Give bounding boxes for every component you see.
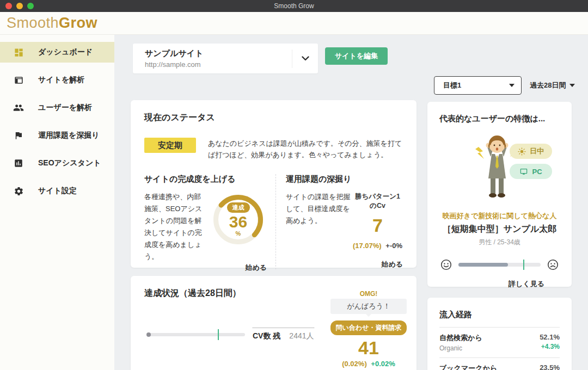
issues-start-link[interactable]: 始める <box>286 260 403 269</box>
sidebar-nav: ダッシュボード サイトを解析 ユーザーを解析 運用課題を深掘り SEOアシスタン… <box>0 35 114 370</box>
gear-icon <box>13 186 24 196</box>
mood-slider-tick <box>523 260 524 270</box>
status-description: あなたのビジネスは課題が山積みです。その分、施策を打てば打つほど、効果があります… <box>208 138 403 161</box>
persona-detail-link[interactable]: 詳しく見る <box>439 279 560 289</box>
sidebar-item-analyze-site[interactable]: サイトを解析 <box>0 70 114 90</box>
slider-start-dot <box>146 332 151 337</box>
user-persona-card: 代表的なユーザーの特徴は... <box>427 102 572 287</box>
period-select-value: 過去28日間 <box>530 81 566 90</box>
slider-goal-tick <box>218 329 219 340</box>
traffic-card-title: 流入経路 <box>439 310 560 320</box>
zoom-window-button[interactable] <box>27 3 34 9</box>
site-url: http://sample.com <box>145 60 292 69</box>
traffic-row: 自然検索から Organic 52.1% +4.3% <box>439 328 560 358</box>
browser-icon <box>13 75 24 85</box>
completion-title: サイトの完成度を上げる <box>144 174 267 184</box>
stage-badge: 安定期 <box>144 138 196 153</box>
caret-down-icon <box>569 84 575 87</box>
period-select[interactable]: 過去28日間 <box>530 81 575 90</box>
sidebar-item-label: ダッシュボード <box>38 47 93 57</box>
cheer-bubble: がんばろう！ <box>330 299 407 314</box>
window-title: Smooth Grow <box>274 2 314 10</box>
sidebar-item-dashboard[interactable]: ダッシュボード <box>0 42 114 63</box>
issues-metric-rate: (17.07%) <box>353 242 382 250</box>
issues-description: サイトの課題を把握して、目標達成度を高めよう。 <box>286 191 352 250</box>
traffic-source-sublabel: Organic <box>439 344 482 352</box>
conversion-rate: (0.02%) <box>342 360 367 368</box>
issues-title: 運用課題の深掘り <box>286 174 403 184</box>
main-content: サンプルサイト http://sample.com サイトを編集 目標1 過去2… <box>114 35 588 370</box>
issues-metric-change: +-0% <box>385 242 402 250</box>
time-of-day-label: 日中 <box>530 146 544 156</box>
chevron-down-icon <box>302 56 309 61</box>
logo-part-2: Grow <box>59 15 97 31</box>
persona-demographics: 男性 / 25-34歳 <box>439 238 560 247</box>
persona-name: ［短期集中型］サンプル太郎 <box>439 224 560 235</box>
completion-gauge: 達成 36 % <box>210 191 267 248</box>
mood-slider[interactable] <box>458 263 541 267</box>
persona-tagline: 映画好きで新技術に関して熱心な人 <box>439 211 560 221</box>
goal-select[interactable]: 目標1 <box>434 76 522 95</box>
current-status-card: 現在のステータス 安定期 あなたのビジネスは課題が山積みです。その分、施策を打て… <box>131 100 416 268</box>
traffic-source-label: 自然検索から <box>439 333 482 343</box>
traffic-source-value: 52.1% <box>540 333 560 341</box>
app-header: SmoothGrow <box>0 12 588 35</box>
device-badge: PC <box>510 164 552 179</box>
achievement-card: 達成状況（過去28日間） CV数 残 2441人 OMG! がんばろう！ 問い合… <box>131 276 416 370</box>
sidebar-item-deep-dive[interactable]: 運用課題を深掘り <box>0 125 114 146</box>
site-name: サンプルサイト <box>145 48 292 59</box>
cheer-tag: OMG! <box>330 290 407 298</box>
site-selector[interactable]: サンプルサイト http://sample.com <box>133 44 318 73</box>
edit-site-button[interactable]: サイトを編集 <box>325 47 388 65</box>
logo-part-1: Smooth <box>7 15 59 31</box>
happy-face-icon <box>440 259 452 270</box>
close-window-button[interactable] <box>5 3 12 9</box>
gauge-label: 達成 <box>227 202 250 213</box>
sidebar-item-label: サイト設定 <box>38 186 77 196</box>
app-logo: SmoothGrow <box>7 15 97 32</box>
conversion-change: +0.02% <box>371 360 395 368</box>
issues-section: 運用課題の深掘り サイトの課題を把握して、目標達成度を高めよう。 勝ちパターン1… <box>276 174 403 269</box>
cv-remaining-label: CV数 残 <box>253 331 280 341</box>
device-label: PC <box>532 168 542 176</box>
completion-start-link[interactable]: 始める <box>144 263 267 273</box>
sidebar-item-label: SEOアシスタント <box>38 158 101 168</box>
status-card-title: 現在のステータス <box>144 112 403 124</box>
traffic-row: ブックマークから 23.5% <box>439 358 560 370</box>
conversion-count: 41 <box>330 337 407 359</box>
traffic-source-label: ブックマークから <box>439 363 497 370</box>
conversion-type-badge: 問い合わせ・資料請求 <box>330 320 407 335</box>
sidebar-item-label: サイトを解析 <box>38 75 84 85</box>
issues-metric-label: 勝ちパターン1のCv <box>352 192 403 211</box>
flag-icon <box>13 130 24 141</box>
gauge-unit: % <box>236 230 241 237</box>
traffic-source-value: 23.5% <box>540 363 560 370</box>
monitor-icon <box>519 168 528 176</box>
time-of-day-badge: 日中 <box>510 144 552 159</box>
cv-remaining: CV数 残 2441人 <box>253 328 314 341</box>
traffic-sources-card: 流入経路 自然検索から Organic 52.1% +4.3% ブックマークから… <box>427 298 572 370</box>
minimize-window-button[interactable] <box>16 3 23 9</box>
mood-slider-fill <box>458 263 508 267</box>
gauge-value: 36 <box>229 213 247 231</box>
issues-metric-value: 7 <box>352 215 403 236</box>
sun-icon <box>518 147 526 156</box>
traffic-source-change: +4.3% <box>540 343 560 350</box>
users-icon <box>13 102 24 113</box>
dashboard-icon <box>13 47 24 58</box>
sad-face-icon <box>547 259 559 270</box>
sidebar-item-label: 運用課題を深掘り <box>38 131 100 140</box>
sidebar-item-site-settings[interactable]: サイト設定 <box>0 181 114 201</box>
caret-down-icon <box>509 84 514 87</box>
user-card-title: 代表的なユーザーの特徴は... <box>439 114 560 124</box>
cv-remaining-value: 2441人 <box>289 331 314 341</box>
sidebar-item-seo-assistant[interactable]: SEOアシスタント <box>0 153 114 174</box>
completion-description: 各種連携や、内部施策、SEOアシスタントの問題を解決してサイトの完成度を高めまし… <box>144 191 207 263</box>
completion-section: サイトの完成度を上げる 各種連携や、内部施策、SEOアシスタントの問題を解決して… <box>144 174 276 269</box>
site-selector-toggle[interactable] <box>292 50 318 68</box>
cv-progress-slider[interactable] <box>147 333 245 336</box>
sidebar-item-analyze-users[interactable]: ユーザーを解析 <box>0 97 114 118</box>
bar-chart-icon <box>13 158 24 169</box>
goal-select-value: 目標1 <box>443 81 509 90</box>
window-titlebar: Smooth Grow <box>0 0 588 12</box>
